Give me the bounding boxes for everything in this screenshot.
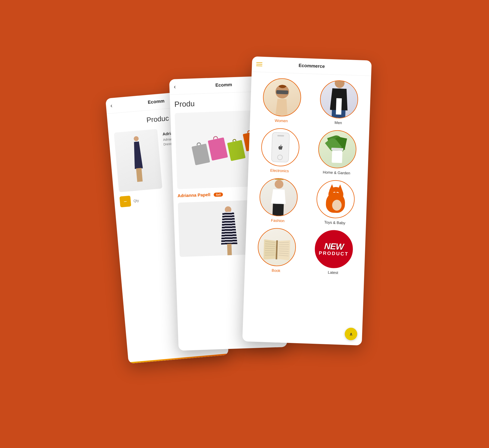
category-circle-toys [316,179,355,219]
dress-head [134,136,139,141]
back-button-1[interactable]: ‹ [110,102,113,109]
category-item-home-garden[interactable]: Home & Garden [311,130,364,176]
dress-body [132,141,143,169]
open-book [264,240,290,261]
header-title-3: Ecommerce [299,63,325,69]
category-label-women: Women [275,118,288,123]
sell-badge: Sell [214,193,223,197]
book-line-r3 [279,247,289,247]
categories-grid: Women Men [244,72,371,281]
category-circle-fashion [259,178,298,217]
book-line-r6 [278,253,289,254]
qty-label: Qty [133,198,139,203]
book-line-1 [265,241,275,243]
fashion-top [270,189,287,204]
vase-rim [331,148,343,151]
category-circle-men [319,80,359,119]
phone-speaker [277,135,284,137]
category-label-fashion: Fashion [271,218,284,223]
book-right-page [277,240,290,260]
bag-pink [207,134,229,165]
dress-legs [136,168,143,182]
category-circle-latest: NEW PRODUCT [314,229,353,269]
book-line-5 [265,250,275,251]
fox-belly [332,200,342,211]
men-figure [330,80,349,119]
men-jacket-area [330,88,348,111]
menu-line-2 [256,64,262,65]
fashion-pants [272,203,284,217]
category-item-women[interactable]: Women [255,77,309,124]
category-label-toys-baby: Toys & Baby [324,220,345,225]
fashion-head [275,179,284,188]
phone-home-button [277,154,283,160]
person-legs [227,244,232,257]
category-label-latest: Latest [328,270,338,275]
stamp-product-text: PRODUCT [319,250,349,257]
fashion-figure [270,179,287,217]
category-item-electronics[interactable]: Electronics [254,127,307,174]
book-line-2 [265,244,275,245]
category-circle-home [318,130,357,169]
book-line-r4 [279,249,289,250]
women-figure [274,85,290,116]
product-image [114,129,162,192]
women-head [275,85,289,99]
apple-logo [276,143,284,152]
category-label-book: Book [272,268,280,273]
scroll-up-button-3[interactable]: ∧ [344,327,358,340]
men-head [335,80,345,88]
category-label-electronics: Electronics [270,168,289,173]
category-circle-women [262,78,302,117]
book-line-r2 [279,244,289,245]
bag-yellow-green [227,138,246,161]
dress-figure [129,133,147,188]
header-title-2: Ecomm [215,82,232,88]
category-label-men: Men [334,120,342,125]
book-line-r7 [278,255,289,256]
category-item-toys-baby[interactable]: Toys & Baby [309,179,362,226]
book-line-4 [265,248,275,249]
bag-gray [191,141,211,168]
category-item-men[interactable]: Men [312,80,366,126]
book-line-3 [265,246,275,247]
card-1-footer-bar [128,354,229,364]
stamp-new-text: NEW [319,241,349,251]
category-label-home-garden: Home & Garden [323,170,350,175]
new-product-stamp: NEW PRODUCT [319,241,349,257]
scene: ‹ Ecomm Produc Adrianna Papell Adrianna … [95,34,394,414]
phone-card-3: Ecommerce Women [242,56,372,346]
apple-logo-svg [276,143,284,152]
book-left-page [263,239,276,259]
sunglasses [276,90,288,94]
hamburger-menu-icon[interactable] [256,62,262,66]
book-line-r5 [278,251,289,252]
book-line-r1 [279,242,289,243]
category-item-latest[interactable]: NEW PRODUCT Latest [307,229,361,276]
women-body [274,99,289,116]
menu-line-3 [256,65,262,66]
menu-line-1 [256,62,262,63]
category-item-fashion[interactable]: Fashion [252,177,305,224]
scroll-up-arrow-3: ∧ [349,331,353,336]
phone-device [271,132,290,162]
men-shirt [336,98,342,115]
category-item-book[interactable]: Book [250,227,303,274]
header-title-1: Ecomm [148,98,165,105]
back-button-2[interactable]: ‹ [174,83,176,90]
person-figure [217,206,240,256]
book-line-7 [265,255,275,255]
hair-bun [278,85,287,88]
category-circle-electronics [261,128,300,167]
fox-toy [324,185,347,213]
person-dress [220,212,237,245]
category-circle-book [257,228,297,267]
qty-minus-button[interactable]: − [120,195,131,207]
fashion-hair [275,178,284,180]
book-line-6 [265,253,275,253]
plant-container [326,134,349,165]
vase [332,150,343,163]
product-listing-name-2: Adrianna Papell [177,192,210,198]
